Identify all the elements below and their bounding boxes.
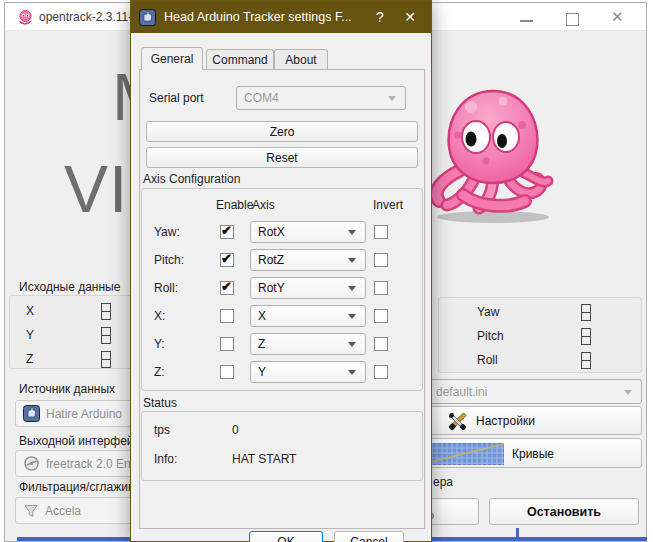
pose-row: Yaw <box>477 300 599 324</box>
chevron-down-icon <box>388 96 396 101</box>
lcd-segment <box>582 336 590 337</box>
pose-row: Pitch <box>477 324 599 348</box>
pose-row: Y <box>26 323 136 347</box>
close-icon[interactable]: ✕ <box>611 8 624 26</box>
enable-checkbox[interactable] <box>220 337 234 351</box>
pose-row-label: Roll <box>477 353 581 367</box>
axis-row: X:X <box>154 302 414 330</box>
axis-row-label: X: <box>154 309 220 323</box>
axis-row-label: Roll: <box>154 281 220 295</box>
axis-select-value: RotY <box>258 281 285 295</box>
tools-icon <box>444 408 471 438</box>
partial-group-label: ера <box>433 475 453 489</box>
tab-command[interactable]: Command <box>206 49 274 69</box>
enable-checkbox[interactable] <box>220 225 234 239</box>
tracker-source-value: Hatire Arduino <box>46 407 122 421</box>
settings-button-label: Настройки <box>476 414 535 428</box>
enable-checkbox[interactable] <box>220 281 234 295</box>
pose-value-display <box>581 352 591 369</box>
bottom-plot-tick <box>516 528 519 540</box>
pose-value-display <box>101 303 111 320</box>
stop-button[interactable]: Остановить <box>489 498 639 525</box>
axis-select[interactable]: RotY <box>250 277 366 299</box>
axis-row: Y:Z <box>154 330 414 358</box>
axis-config-group-label: Axis Configuration <box>143 172 240 186</box>
chevron-down-icon <box>348 342 356 347</box>
invert-checkbox[interactable] <box>374 253 388 267</box>
pose-row-label: X <box>26 304 101 318</box>
invert-checkbox[interactable] <box>374 365 388 379</box>
pose-row: Z <box>26 347 136 371</box>
minimize-icon[interactable] <box>520 20 533 22</box>
chevron-down-icon <box>624 390 632 395</box>
chevron-down-icon <box>348 258 356 263</box>
axis-column-header: Axis <box>252 198 275 212</box>
pose-row-label: Yaw <box>477 305 581 319</box>
filter-value: Accela <box>45 504 81 518</box>
tab-general[interactable]: General <box>141 47 203 70</box>
axis-row: Pitch:RotZ <box>154 246 414 274</box>
reset-button-label: Reset <box>266 151 297 165</box>
ok-button[interactable]: OK <box>249 531 323 542</box>
pose-value-display <box>101 351 111 368</box>
axis-rows: Yaw:RotXPitch:RotZRoll:RotYX:XY:ZZ:Y <box>154 218 414 386</box>
axis-select[interactable]: RotZ <box>250 249 366 271</box>
axis-row-label: Y: <box>154 337 220 351</box>
invert-checkbox[interactable] <box>374 281 388 295</box>
freetrack-icon <box>23 455 40 472</box>
close-button[interactable]: ✕ <box>395 9 425 25</box>
maximize-icon[interactable] <box>566 13 579 26</box>
help-button[interactable]: ? <box>365 9 395 25</box>
axis-select-value: Z <box>258 337 265 351</box>
chevron-down-icon <box>348 370 356 375</box>
enable-checkbox[interactable] <box>220 309 234 323</box>
dialog-titlebar[interactable]: Head Arduino Tracker settings F... ? ✕ <box>131 1 431 33</box>
axis-select[interactable]: RotX <box>250 221 366 243</box>
axis-select-value: RotZ <box>258 253 284 267</box>
invert-checkbox[interactable] <box>374 309 388 323</box>
axis-select-value: RotX <box>258 225 285 239</box>
axis-select-value: Y <box>258 365 266 379</box>
octopus-image <box>429 85 557 230</box>
pose-row: X <box>26 299 136 323</box>
reset-button[interactable]: Reset <box>146 147 418 168</box>
invert-checkbox[interactable] <box>374 337 388 351</box>
invert-checkbox[interactable] <box>374 225 388 239</box>
zero-button[interactable]: Zero <box>146 121 418 142</box>
axis-row: Z:Y <box>154 358 414 386</box>
pose-row-label: Z <box>26 352 101 366</box>
lcd-segment <box>582 360 590 361</box>
dialog-title: Head Arduino Tracker settings F... <box>164 10 365 24</box>
ok-button-label: OK <box>277 535 294 542</box>
serial-port-select[interactable]: COM4 <box>236 86 406 110</box>
tab-about[interactable]: About <box>274 49 328 69</box>
invert-column-header: Invert <box>373 198 403 212</box>
source-group-label: Источник данных <box>19 382 115 396</box>
axis-select[interactable]: Z <box>250 333 366 355</box>
lcd-segment <box>582 312 590 313</box>
output-group-label: Выходной интерфейс <box>19 434 140 448</box>
chevron-down-icon <box>348 230 356 235</box>
profile-select[interactable]: default.ini <box>421 379 642 404</box>
curves-button-label: Кривые <box>512 447 554 461</box>
axis-select[interactable]: Y <box>250 361 366 383</box>
axis-select-value: X <box>258 309 266 323</box>
axis-row-label: Pitch: <box>154 253 220 267</box>
hatire-dialog-icon <box>139 9 156 26</box>
pose-row-label: Y <box>26 328 101 342</box>
tps-value: 0 <box>232 423 239 437</box>
axis-row: Roll:RotY <box>154 274 414 302</box>
enable-checkbox[interactable] <box>220 365 234 379</box>
screen: opentrack-2.3.11-b ✕ M VI <box>0 0 653 542</box>
enable-checkbox[interactable] <box>220 253 234 267</box>
octopus-app-icon <box>17 9 34 29</box>
axis-select[interactable]: X <box>250 305 366 327</box>
axis-config-groupbox: Enable Axis Invert Yaw:RotXPitch:RotZRol… <box>141 188 423 391</box>
hatire-icon <box>23 405 40 422</box>
lcd-segment <box>102 335 110 336</box>
stop-button-label: Остановить <box>527 505 601 519</box>
lcd-segment <box>102 311 110 312</box>
cancel-button[interactable]: Cancel <box>334 531 404 542</box>
profile-value: default.ini <box>436 385 487 399</box>
chevron-down-icon <box>348 314 356 319</box>
